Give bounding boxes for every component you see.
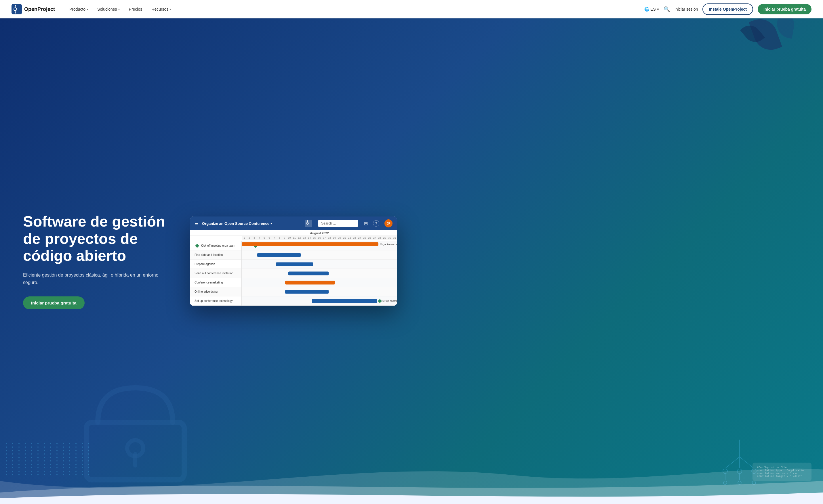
gantt-day: 19 [332,236,337,240]
gantt-days-row: 1234567891011121314151617181920212223242… [242,236,397,240]
gantt-day: 24 [357,236,362,240]
trial-button-hero[interactable]: Iniciar prueba gratuita [23,296,85,309]
lock-decor [75,365,196,487]
gantt-day: 1 [242,236,246,240]
gantt-day: 27 [372,236,377,240]
gantt-day: 14 [307,236,312,240]
nav-soluciones[interactable]: Soluciones ▾ [93,5,124,14]
gantt-day: 16 [317,236,322,240]
gantt-day: 21 [342,236,347,240]
search-input[interactable] [318,220,358,227]
gantt-chart-row: Set up conference technology [242,296,397,306]
gantt-day: 7 [272,236,277,240]
hero-section: Software de gestión de proyectos de códi… [0,0,823,504]
dot [37,443,38,444]
chevron-down-icon: ▾ [87,8,88,11]
gantt-header: August 2022 1234567891011121314151617181… [190,230,397,241]
gantt-bar-blue [257,253,301,257]
gantt-bar-blue [288,271,329,275]
project-name: Organize an Open Source Conference ▾ [202,221,272,226]
chevron-down-icon: ▾ [657,7,659,11]
gantt-day: 30 [387,236,392,240]
chevron-down-icon: ▾ [118,8,120,11]
gantt-label-row: Conference marketing [190,278,241,287]
gantt-day: 9 [282,236,287,240]
svg-point-5 [15,12,16,13]
dot [25,443,26,444]
app-window: ☰ Organize an Open Source Conference ▾ [190,217,397,306]
gantt-day: 4 [257,236,262,240]
gantt-day: 12 [297,236,302,240]
gantt-label-row: Set up conference technology [190,296,241,306]
dot [18,443,20,444]
gantt-day: 13 [302,236,307,240]
gantt-day: 11 [292,236,297,240]
gantt-label-row: Find date and location [190,250,241,260]
gantt-day: 20 [337,236,342,240]
gantt-label-row: Send out conference invitation [190,269,241,278]
gantt-day: 6 [267,236,272,240]
gantt-chart-row [242,250,397,260]
logo-link[interactable]: OpenProject [11,4,55,14]
nav-producto[interactable]: Producto ▾ [65,5,92,14]
gantt-day: 22 [347,236,352,240]
gantt-body: Kick-off meeting orga team Find date and… [190,241,397,306]
gantt-label-row: Kick-off meeting orga team [190,241,241,250]
logo-icon [11,4,22,14]
navbar: OpenProject Producto ▾ Soluciones ▾ Prec… [0,0,823,18]
signin-link[interactable]: Iniciar sesión [674,7,698,11]
globe-icon: 🌐 [644,7,649,11]
gantt-labels: Kick-off meeting orga team Find date and… [190,241,242,306]
gantt-day: 17 [322,236,327,240]
hero-subtitle: Eficiente gestión de proyectos clásica, … [23,271,173,286]
hero-content: Software de gestión de proyectos de códi… [0,196,823,327]
svg-point-4 [15,5,16,6]
gantt-day: 2 [246,236,252,240]
dot [69,443,70,444]
gantt-day: 3 [252,236,257,240]
dot [56,443,57,444]
gantt-day: 15 [312,236,317,240]
language-selector[interactable]: 🌐 ES ▾ [644,7,659,11]
app-logo-icon [305,220,312,227]
gantt-chart: Organize a conference [242,241,397,306]
gantt-day: 18 [327,236,332,240]
nav-recursos[interactable]: Recursos ▾ [147,5,175,14]
gantt-day: 28 [377,236,382,240]
gantt-chart-row [242,269,397,278]
trial-button-nav[interactable]: Iniciar prueba gratuita [758,4,812,14]
svg-point-25 [307,221,308,221]
dot [50,443,51,444]
gantt-label-row: Online advertising [190,287,241,296]
gantt-day: 26 [367,236,372,240]
gantt-chart-row [242,287,397,296]
nav-links: Producto ▾ Soluciones ▾ Precios Recursos… [65,5,644,14]
dot [63,443,64,444]
gantt-bar-blue [285,290,329,293]
gantt-day: 29 [382,236,387,240]
gantt-day: 23 [352,236,357,240]
gantt-bar-orange [285,281,335,284]
menu-icon[interactable]: ☰ [194,221,198,226]
grid-icon[interactable]: ⊞ [364,221,368,226]
svg-rect-6 [86,422,184,480]
gantt-bar-blue [276,262,313,266]
help-icon[interactable]: ? [373,220,379,227]
search-icon[interactable]: 🔍 [664,6,670,12]
gantt-bar-blue [312,299,377,303]
gantt-bar-label: Set up conference technology [381,300,397,302]
gantt-label-row: Prepare agenda [190,260,241,269]
gantt-day: 25 [362,236,367,240]
hero-app-screenshot: ☰ Organize an Open Source Conference ▾ [190,217,800,306]
gantt-chart-row [242,260,397,269]
nav-precios[interactable]: Precios [125,5,147,14]
dot [6,443,7,444]
hero-title: Software de gestión de proyectos de códi… [23,213,173,264]
chevron-down-icon: ▾ [271,222,272,225]
avatar[interactable]: JP [384,219,392,227]
hero-text-block: Software de gestión de proyectos de códi… [23,213,173,310]
install-button[interactable]: Instale OpenProject [702,3,753,15]
gantt-day: 5 [262,236,267,240]
gantt-area: August 2022 1234567891011121314151617181… [190,230,397,306]
app-topbar: ☰ Organize an Open Source Conference ▾ [190,217,397,230]
